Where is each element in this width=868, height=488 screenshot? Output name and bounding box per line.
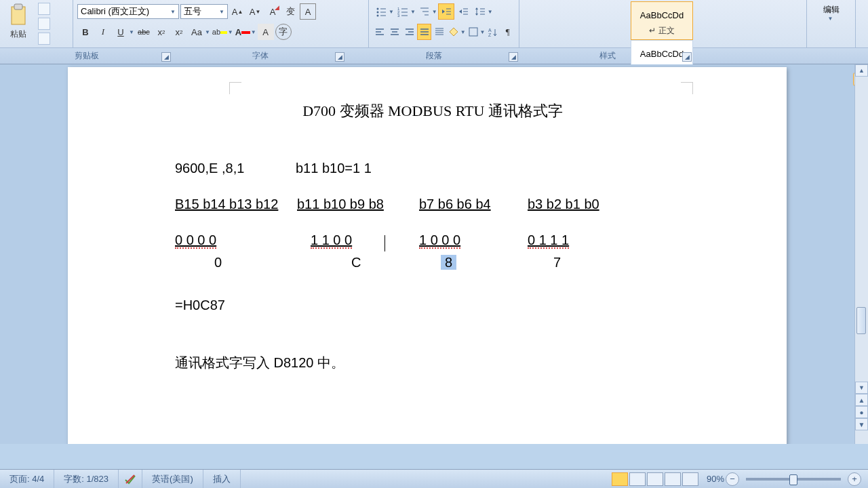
change-case-button[interactable]: Aa — [189, 24, 205, 40]
text: 0 0 0 0 — [175, 232, 216, 249]
highlight-button[interactable]: ab — [212, 24, 228, 40]
text: 0 — [175, 255, 297, 270]
borders-button[interactable] — [467, 24, 481, 40]
text: B15 b14 b13 b12 — [175, 197, 297, 212]
svg-text:Z: Z — [488, 33, 492, 37]
status-language[interactable]: 英语(美国) — [142, 470, 203, 488]
superscript-button[interactable]: x2 — [171, 24, 187, 40]
distribute-button[interactable] — [432, 24, 446, 40]
view-draft[interactable] — [682, 472, 698, 486]
char-shading-button[interactable]: A — [258, 24, 274, 40]
bullets-button[interactable] — [373, 3, 389, 20]
status-proofing-icon[interactable] — [119, 470, 142, 488]
grow-font-button[interactable]: A▲ — [229, 3, 245, 20]
zoom-slider[interactable] — [746, 478, 841, 481]
clipboard-label: 剪贴板 — [75, 50, 99, 62]
svg-point-4 — [377, 12, 379, 14]
editing-menu[interactable]: 编辑 ▼ — [807, 4, 855, 22]
text: 9600,E ,8,1 — [175, 161, 296, 176]
text-cursor — [384, 235, 385, 251]
vertical-scrollbar[interactable]: ▲ ▼ ▲ ● ▼ — [854, 64, 868, 444]
text: 0 1 1 1 — [528, 232, 569, 249]
style-normal[interactable]: AaBbCcDd ↵ 正文 — [631, 1, 693, 40]
view-outline[interactable] — [665, 472, 681, 486]
paragraph-launcher[interactable]: ◢ — [509, 52, 518, 62]
margin-mark-icon — [681, 82, 693, 94]
align-right-button[interactable] — [403, 24, 417, 40]
text: =H0C87 — [175, 298, 690, 313]
sort-button[interactable]: AZ — [486, 24, 500, 40]
format-painter-icon[interactable] — [38, 33, 50, 45]
status-words[interactable]: 字数: 1/823 — [54, 470, 119, 488]
line-spacing-button[interactable] — [472, 3, 488, 20]
page[interactable]: D700 变频器 MODBUS RTU 通讯格式字 9600,E ,8,1 b1… — [68, 67, 787, 444]
text: 7 — [528, 255, 650, 270]
font-name-combo[interactable]: Calibri (西文正文)▼ — [77, 4, 179, 19]
copy-icon[interactable] — [38, 18, 50, 30]
view-full-reading[interactable] — [629, 472, 646, 486]
font-color-button[interactable]: A — [235, 24, 251, 40]
status-mode[interactable]: 插入 — [203, 470, 241, 488]
bold-button[interactable]: B — [77, 24, 94, 40]
zoom-in-button[interactable]: + — [848, 472, 861, 486]
clear-format-button[interactable]: A◢ — [264, 3, 281, 20]
svg-point-6 — [377, 15, 379, 17]
text: b7 b6 b6 b4 — [419, 197, 528, 212]
clipboard-launcher[interactable]: ◢ — [161, 52, 171, 62]
cut-icon[interactable] — [38, 3, 50, 15]
align-left-button[interactable] — [373, 24, 387, 40]
strike-button[interactable]: abc — [136, 24, 152, 40]
font-launcher[interactable]: ◢ — [335, 52, 344, 62]
zoom-out-button[interactable]: − — [726, 472, 739, 486]
next-page-icon[interactable]: ▼ — [855, 418, 868, 430]
font-label: 字体 — [252, 50, 269, 62]
doc-title: D700 变频器 MODBUS RTU 通讯格式字 — [175, 101, 690, 121]
svg-text:A: A — [488, 28, 492, 33]
status-bar: 页面: 4/4 字数: 1/823 英语(美国) 插入 90% − + — [0, 469, 868, 488]
text: 通讯格式字写入 D8120 中。 — [175, 354, 690, 372]
scroll-up-icon[interactable]: ▲ — [855, 64, 868, 77]
text: 1 0 0 0 — [419, 232, 460, 249]
shading-button[interactable] — [447, 24, 461, 40]
text: b11 b10=1 1 — [296, 161, 372, 176]
enclosed-char-button[interactable]: 字 — [275, 24, 292, 40]
prev-page-icon[interactable]: ▲ — [855, 394, 868, 406]
browse-object-icon[interactable]: ● — [855, 406, 868, 418]
styles-label: 样式 — [599, 50, 616, 62]
text: b3 b2 b1 b0 — [528, 197, 650, 212]
justify-button[interactable] — [417, 24, 431, 40]
multilevel-button[interactable] — [416, 3, 433, 20]
svg-rect-1 — [14, 4, 22, 9]
text: C — [297, 255, 419, 270]
underline-button[interactable]: U — [113, 24, 129, 40]
char-border-button[interactable]: A — [300, 3, 316, 20]
zoom-level[interactable]: 90% — [707, 474, 724, 484]
styles-launcher[interactable]: ◢ — [682, 52, 692, 62]
align-center-button[interactable] — [388, 24, 402, 40]
view-web-layout[interactable] — [647, 472, 663, 486]
svg-rect-43 — [469, 28, 477, 36]
selected-text: 8 — [441, 255, 456, 270]
italic-button[interactable]: I — [95, 24, 111, 40]
text: 1 1 0 0 — [311, 232, 352, 249]
svg-text:3: 3 — [397, 14, 400, 17]
text: b11 b10 b9 b8 — [297, 197, 419, 212]
document-area[interactable]: D700 变频器 MODBUS RTU 通讯格式字 9600,E ,8,1 b1… — [0, 64, 868, 444]
ribbon: 粘贴 Calibri (西文正文)▼ 五号▼ A▲ A▼ A◢ 变 A — [0, 0, 868, 64]
scroll-down-icon[interactable]: ▼ — [855, 382, 868, 394]
subscript-button[interactable]: x2 — [153, 24, 170, 40]
svg-point-2 — [377, 8, 379, 10]
show-marks-button[interactable]: ¶ — [500, 24, 515, 40]
shrink-font-button[interactable]: A▼ — [247, 3, 263, 20]
status-page[interactable]: 页面: 4/4 — [0, 470, 54, 488]
font-size-combo[interactable]: 五号▼ — [180, 4, 228, 19]
view-print-layout[interactable] — [612, 472, 628, 486]
paste-button[interactable]: 粘贴 — [3, 3, 34, 40]
numbering-button[interactable]: 123 — [395, 3, 411, 20]
margin-mark-icon — [229, 82, 241, 94]
paragraph-label: 段落 — [426, 50, 442, 62]
dec-indent-button[interactable] — [438, 3, 454, 20]
inc-indent-button[interactable] — [455, 3, 471, 20]
phonetic-button[interactable]: 变 — [282, 3, 298, 20]
